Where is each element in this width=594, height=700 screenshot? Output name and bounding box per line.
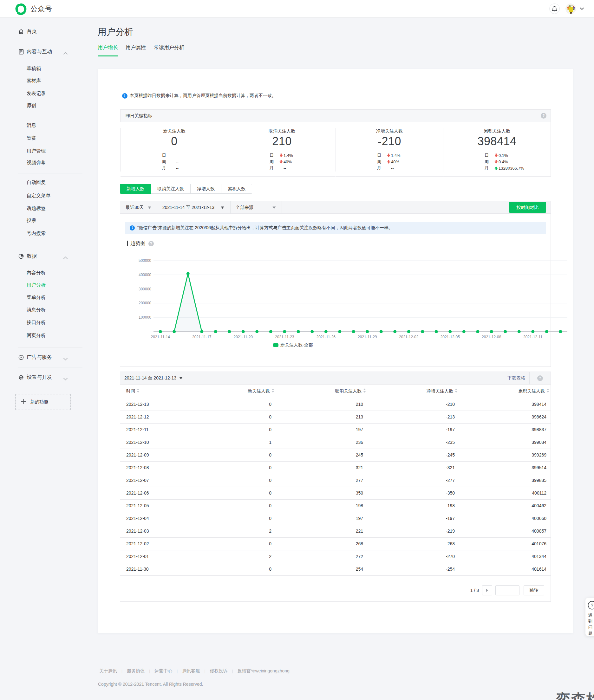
sidebar-item-消息分析[interactable]: 消息分析 [0,305,83,314]
sort-icon[interactable] [137,388,139,394]
sidebar-item-菜单分析[interactable]: 菜单分析 [0,292,83,302]
sidebar-item-原创[interactable]: 原创 [0,101,83,110]
data-point[interactable] [269,330,272,333]
footer-link-反馈官号weixingongzhong[interactable]: 反馈官号weixingongzhong [237,668,290,674]
new-feature-button[interactable]: 新的功能 [15,394,71,410]
page-number-input[interactable] [495,585,520,595]
compare-by-time-button[interactable]: 按时间对比 [509,202,546,213]
data-point[interactable] [545,330,548,333]
data-point[interactable] [476,330,479,333]
column-header-净增关注人数[interactable]: 净增关注人数 [368,385,459,398]
footer-link-侵权投诉[interactable]: 侵权投诉 [210,668,228,674]
sidebar-item-自定义菜单[interactable]: 自定义菜单 [0,191,83,200]
sort-icon[interactable] [455,388,458,394]
sidebar-item-草稿箱[interactable]: 草稿箱 [0,64,83,73]
segment-净增人数[interactable]: 净增人数 [191,184,221,194]
download-table-button[interactable]: 下载表格 [507,372,525,385]
sidebar-group-内容与互动[interactable]: 内容与互动 [0,47,83,57]
metric-trend-row: 日 1.4% [377,152,400,159]
sidebar-item-自动回复[interactable]: 自动回复 [0,178,83,187]
data-point[interactable] [407,330,410,333]
column-header-新关注人数[interactable]: 新关注人数 [184,385,276,398]
help-widget[interactable]: ? 遇到问题 [586,598,594,636]
jump-button[interactable]: 跳转 [524,585,544,595]
data-point[interactable] [504,330,507,333]
range-preset-dropdown[interactable]: 最近30天 [120,201,157,214]
segment-新增人数[interactable]: 新增人数 [120,184,151,194]
sort-icon[interactable] [271,388,274,394]
sidebar-item-话题标签[interactable]: 话题标签 [0,204,83,213]
footer-link-服务协议[interactable]: 服务协议 [127,668,144,674]
sort-icon[interactable] [363,388,366,394]
data-point[interactable] [297,330,300,333]
account-chevron-down-icon[interactable] [580,7,584,10]
footer-link-运营中心[interactable]: 运营中心 [155,668,172,674]
column-header-时间[interactable]: 时间 [120,385,184,398]
table-help-icon[interactable]: ? [537,375,543,381]
sidebar-item-赞赏[interactable]: 赞赏 [0,133,83,143]
notifications-button[interactable] [549,3,560,14]
segment-取消关注人数[interactable]: 取消关注人数 [151,184,191,194]
segment-累积人数[interactable]: 累积人数 [221,184,252,194]
cell-value: 0 [184,474,276,487]
table-date-range-dropdown[interactable]: 2021-11-14 至 2021-12-13 [124,372,183,385]
sidebar-item-网页分析[interactable]: 网页分析 [0,331,83,340]
sidebar-item-视频弹幕[interactable]: 视频弹幕 [0,158,83,167]
tab-用户属性[interactable]: 用户属性 [126,44,145,56]
sidebar-item-投票[interactable]: 投票 [0,216,83,225]
data-point[interactable] [172,330,176,333]
data-point[interactable] [214,330,217,333]
avatar[interactable] [565,3,576,14]
data-point[interactable] [435,330,438,333]
legend-marker[interactable] [273,343,278,347]
legend-label[interactable]: 新关注人数-全部 [280,342,313,347]
data-point[interactable] [531,330,534,333]
data-point[interactable] [255,330,259,333]
data-point[interactable] [380,330,383,333]
tab-用户增长[interactable]: 用户增长 [98,44,118,56]
data-point[interactable] [242,330,245,333]
sidebar-group-数据[interactable]: 数据 [0,251,83,261]
sidebar-group-设置与开发[interactable]: 设置与开发 [0,373,83,382]
data-point[interactable] [283,330,286,333]
sidebar-item-消息[interactable]: 消息 [0,120,83,130]
data-point[interactable] [559,330,562,333]
sidebar-item-素材库[interactable]: 素材库 [0,76,83,85]
sort-icon[interactable] [547,388,549,394]
data-point[interactable] [393,330,396,333]
data-point[interactable] [324,330,328,333]
data-point[interactable] [187,272,190,275]
data-point[interactable] [352,330,355,333]
data-point[interactable] [200,330,203,333]
sidebar-item-发表记录[interactable]: 发表记录 [0,89,83,98]
data-point[interactable] [338,330,341,333]
trend-help-icon[interactable]: ? [148,241,154,246]
data-point[interactable] [421,330,424,333]
sidebar-group-广告与服务[interactable]: 广告与服务 [0,353,83,362]
data-point[interactable] [449,330,452,333]
tab-常读用户分析[interactable]: 常读用户分析 [154,44,184,56]
date-range-dropdown[interactable]: 2021-11-14 至 2021-12-13 [157,201,231,214]
brand[interactable]: 公众号 [15,3,52,15]
data-point[interactable] [490,330,493,333]
metrics-help-icon[interactable]: ? [541,113,547,118]
data-point[interactable] [518,330,521,333]
data-point[interactable] [228,330,231,333]
source-dropdown[interactable]: 全部来源 [231,201,282,214]
sidebar-item-号内搜索[interactable]: 号内搜索 [0,229,83,238]
sidebar-item-用户分析[interactable]: 用户分析 [0,280,83,290]
data-point[interactable] [159,330,162,333]
data-point[interactable] [310,330,314,333]
footer-link-腾讯客服[interactable]: 腾讯客服 [182,668,200,674]
sidebar-item-用户管理[interactable]: 用户管理 [0,146,83,156]
sidebar-item-接口分析[interactable]: 接口分析 [0,318,83,327]
data-point[interactable] [366,330,369,333]
sidebar-group-首页[interactable]: 首页 [0,27,83,36]
data-point[interactable] [462,330,466,333]
footer-link-关于腾讯[interactable]: 关于腾讯 [99,668,117,674]
cell-date: 2021-11-30 [120,563,184,575]
column-header-累积关注人数[interactable]: 累积关注人数 [459,385,551,398]
column-header-取消关注人数[interactable]: 取消关注人数 [276,385,368,398]
sidebar-item-内容分析[interactable]: 内容分析 [0,268,83,277]
next-page-button[interactable] [482,585,492,595]
